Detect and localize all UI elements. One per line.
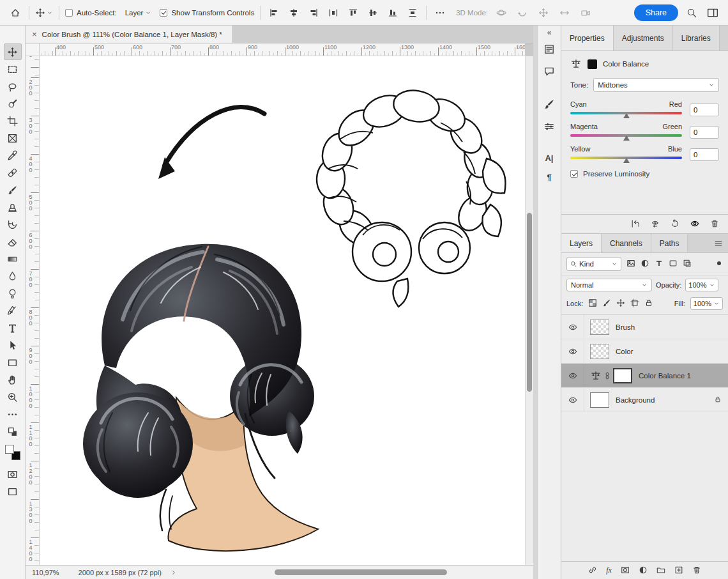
- distribute-vertical-icon[interactable]: [405, 5, 420, 20]
- eraser-tool[interactable]: [4, 233, 22, 250]
- layer-row-color-balance[interactable]: Color Balance 1: [561, 364, 728, 388]
- mask-link-icon[interactable]: [603, 372, 611, 380]
- cyan-red-value-input[interactable]: [690, 104, 719, 116]
- lock-transparency-icon[interactable]: [588, 298, 597, 309]
- toggle-visibility-icon[interactable]: [690, 219, 699, 229]
- layer-thumbnail[interactable]: [590, 320, 609, 335]
- yellow-blue-value-input[interactable]: [690, 148, 719, 161]
- yellow-blue-slider[interactable]: [570, 157, 682, 159]
- new-layer-icon[interactable]: [674, 566, 683, 576]
- new-adjustment-layer-icon[interactable]: [639, 566, 648, 576]
- distribute-horizontal-icon[interactable]: [326, 5, 341, 20]
- 3d-pan-icon[interactable]: [536, 5, 551, 20]
- checkbox[interactable]: [160, 9, 167, 17]
- filter-toggle-icon[interactable]: [715, 259, 723, 268]
- layer-name[interactable]: Background: [616, 396, 655, 404]
- filter-type-layers-icon[interactable]: [655, 259, 664, 269]
- preserve-luminosity-checkbox[interactable]: Preserve Luminosity: [570, 170, 719, 178]
- horizontal-scrollbar-thumb[interactable]: [275, 569, 447, 575]
- filter-shape-layers-icon[interactable]: [669, 259, 678, 269]
- tab-libraries[interactable]: Libraries: [673, 26, 720, 50]
- marquee-tool[interactable]: [4, 61, 22, 77]
- align-center-vertical-icon[interactable]: [365, 5, 381, 20]
- zoom-tool[interactable]: [4, 389, 22, 405]
- filter-pixel-layers-icon[interactable]: [626, 259, 635, 269]
- vertical-scrollbar-thumb[interactable]: [527, 213, 532, 392]
- hand-tool[interactable]: [4, 371, 22, 388]
- comments-panel-icon[interactable]: [543, 66, 555, 79]
- 3d-orbit-icon[interactable]: [494, 5, 509, 20]
- crop-tool[interactable]: [4, 112, 22, 129]
- auto-select-checkbox[interactable]: Auto-Select:: [65, 9, 117, 17]
- adjustment-layer-icon[interactable]: [590, 370, 602, 382]
- share-button[interactable]: Share: [634, 4, 678, 21]
- horizontal-scrollbar[interactable]: [275, 569, 447, 575]
- zoom-level[interactable]: 110,97%: [32, 569, 59, 576]
- healing-brush-tool[interactable]: [4, 164, 22, 181]
- layer-thumbnail[interactable]: [590, 344, 609, 359]
- align-right-icon[interactable]: [306, 5, 321, 20]
- layer-name[interactable]: Color Balance 1: [639, 372, 691, 380]
- tab-properties[interactable]: Properties: [561, 26, 614, 50]
- blur-tool[interactable]: [4, 268, 22, 284]
- visibility-toggle[interactable]: [561, 315, 584, 339]
- layer-row-brush[interactable]: Brush: [561, 315, 728, 339]
- slider-thumb[interactable]: [623, 158, 630, 163]
- visibility-toggle[interactable]: [561, 388, 584, 412]
- brushes-panel-icon[interactable]: [543, 98, 555, 111]
- 3d-roll-icon[interactable]: [515, 5, 530, 20]
- fill-input[interactable]: 100%: [690, 297, 723, 310]
- align-center-horizontal-icon[interactable]: [286, 5, 301, 20]
- tab-layers[interactable]: Layers: [561, 234, 602, 252]
- document-tab[interactable]: × Color Brush @ 111% (Color Balance 1, L…: [26, 26, 233, 43]
- filter-adjustment-layers-icon[interactable]: [641, 259, 649, 269]
- layers-panel-menu-icon[interactable]: [714, 234, 728, 252]
- delete-adjustment-icon[interactable]: [710, 219, 719, 229]
- layer-mask-thumbnail[interactable]: [613, 368, 632, 383]
- vertical-scrollbar[interactable]: [525, 56, 533, 565]
- collapse-panels-icon[interactable]: «: [547, 28, 552, 37]
- auto-select-target-dropdown[interactable]: Layer: [123, 8, 155, 18]
- history-panel-icon[interactable]: [543, 43, 555, 56]
- delete-layer-icon[interactable]: [692, 566, 701, 576]
- active-tool-indicator[interactable]: [35, 8, 53, 18]
- path-selection-tool[interactable]: [4, 337, 22, 353]
- foreground-color-swatch[interactable]: [5, 445, 14, 454]
- search-icon[interactable]: [684, 5, 699, 20]
- eyedropper-tool[interactable]: [4, 147, 22, 164]
- foreground-background-swatches[interactable]: [4, 444, 21, 461]
- align-bottom-icon[interactable]: [385, 5, 400, 20]
- layer-row-background[interactable]: Background: [561, 388, 728, 412]
- lock-all-icon[interactable]: [644, 298, 653, 309]
- character-panel-icon[interactable]: A|: [545, 153, 553, 163]
- magenta-green-value-input[interactable]: [690, 126, 719, 139]
- lock-pixels-icon[interactable]: [602, 298, 611, 309]
- brush-tool[interactable]: [4, 181, 22, 198]
- new-group-icon[interactable]: [656, 566, 665, 576]
- filter-kind-dropdown[interactable]: Kind: [566, 257, 621, 271]
- checkbox[interactable]: [570, 170, 578, 178]
- view-previous-state-icon[interactable]: [651, 219, 660, 229]
- lasso-tool[interactable]: [4, 78, 22, 95]
- slider-thumb[interactable]: [623, 113, 630, 118]
- default-colors-icon[interactable]: [4, 423, 22, 440]
- pen-tool[interactable]: [4, 302, 22, 319]
- history-brush-tool[interactable]: [4, 216, 22, 233]
- filter-smart-objects-icon[interactable]: [683, 259, 692, 269]
- move-tool[interactable]: [4, 43, 22, 60]
- tab-adjustments[interactable]: Adjustments: [614, 26, 673, 50]
- brush-settings-panel-icon[interactable]: [543, 121, 555, 134]
- blend-mode-dropdown[interactable]: Normal: [566, 279, 652, 291]
- visibility-toggle[interactable]: [561, 364, 584, 387]
- lock-position-icon[interactable]: [616, 298, 625, 309]
- workspace-switcher-icon[interactable]: [705, 5, 720, 20]
- quick-mask-icon[interactable]: [4, 466, 22, 483]
- close-tab-icon[interactable]: ×: [32, 29, 37, 39]
- layer-style-icon[interactable]: fx: [606, 566, 612, 575]
- shape-tool[interactable]: [4, 354, 22, 371]
- quick-selection-tool[interactable]: [4, 95, 22, 112]
- dodge-tool[interactable]: [4, 285, 22, 302]
- frame-tool[interactable]: [4, 130, 22, 146]
- 3d-slide-icon[interactable]: [557, 5, 572, 20]
- lock-artboard-icon[interactable]: [630, 298, 639, 309]
